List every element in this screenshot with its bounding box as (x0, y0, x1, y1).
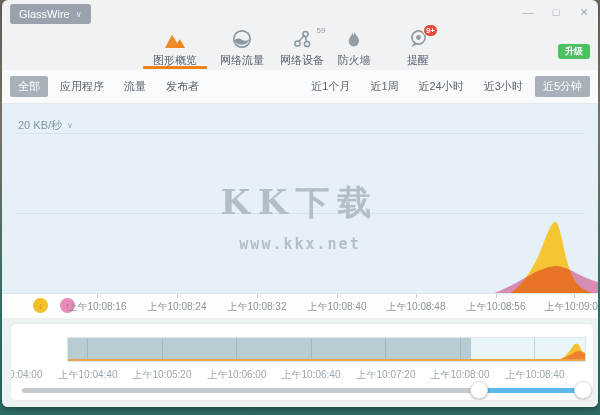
alerts-count-badge: 9+ (423, 24, 438, 37)
minimap-time-label: 上午10:05:20 (133, 368, 192, 382)
axis-tick (496, 294, 497, 298)
minimap-time-label: 上午10:08:00 (431, 368, 490, 382)
timeline-card: 上午10:04:00 上午10:04:40 上午10:05:20 上午10:06… (10, 323, 594, 401)
range-1month[interactable]: 近1个月 (303, 76, 358, 97)
traffic-graph[interactable]: KK下载 www.kkx.net 20 KB/秒 ∨ (2, 104, 598, 293)
time-label: 上午10:08:48 (387, 300, 446, 314)
scale-label: 20 KB/秒 (18, 118, 62, 133)
filter-bar: 全部 应用程序 流量 发布者 近1个月 近1周 近24小时 近3小时 近5分钟 (2, 70, 598, 104)
tab-label: 网络设备 (280, 53, 324, 68)
minimap-time-label: 上午10:04:40 (59, 368, 118, 382)
axis-tick (97, 294, 98, 298)
timeline-minimap[interactable] (67, 337, 586, 362)
minimap-gridline (236, 338, 237, 361)
time-label: 上午10:08:40 (308, 300, 367, 314)
axis-tick (257, 294, 258, 298)
time-range-group: 近1个月 近1周 近24小时 近3小时 近5分钟 (303, 76, 590, 97)
minimap-unselected-region (68, 338, 471, 361)
tab-firewall[interactable]: 防火墙 (319, 28, 389, 68)
minimap-time-label: 上午10:06:40 (282, 368, 341, 382)
app-title: GlassWire (19, 8, 70, 20)
app-menu-button[interactable]: GlassWire ∨ (10, 4, 91, 24)
time-label: 上午10:08:24 (148, 300, 207, 314)
tab-label: 防火墙 (338, 53, 371, 68)
range-5min[interactable]: 近5分钟 (535, 76, 590, 97)
traffic-spike-chart (2, 104, 598, 293)
tab-alerts[interactable]: 9+ 提醒 (383, 28, 453, 68)
active-tab-indicator (143, 66, 207, 69)
minimap-spike (525, 337, 585, 361)
minimize-button[interactable]: — (520, 4, 536, 20)
range-1week[interactable]: 近1周 (362, 76, 406, 97)
filter-publishers[interactable]: 发布者 (158, 76, 207, 97)
minimap-time-label: 上午10:07:20 (357, 368, 416, 382)
network-usage-icon (231, 28, 253, 50)
chevron-down-icon: ∨ (67, 121, 73, 130)
time-label: 上午10:08:16 (68, 300, 127, 314)
upload-area (495, 266, 598, 293)
glasswire-window: GlassWire ∨ — □ ✕ 图形概览 (2, 0, 598, 407)
tab-graph-overview[interactable]: 图形概览 (140, 28, 210, 68)
minimap-time-label: 上午10:04:00 (10, 368, 42, 382)
axis-tick (416, 294, 417, 298)
chevron-down-icon: ∨ (76, 10, 82, 19)
network-devices-icon: 59 (292, 28, 313, 50)
alerts-pin-icon: 9+ (407, 28, 429, 50)
tab-label: 网络流量 (220, 53, 264, 68)
filter-traffic[interactable]: 流量 (116, 76, 154, 97)
minimap-gridline (460, 338, 461, 361)
filter-apps[interactable]: 应用程序 (52, 76, 112, 97)
scale-dropdown[interactable]: 20 KB/秒 ∨ (18, 118, 73, 133)
upgrade-button[interactable]: 升级 (558, 44, 590, 59)
axis-tick (574, 294, 575, 298)
axis-tick (337, 294, 338, 298)
minimap-time-label: 上午10:06:00 (208, 368, 267, 382)
minimap-gridline (385, 338, 386, 361)
main-toolbar: 图形概览 网络流量 59 网络设备 (2, 28, 598, 70)
minimap-gridline (162, 338, 163, 361)
close-button[interactable]: ✕ (576, 4, 592, 20)
time-label: 上午10:09:04 (545, 300, 598, 314)
filter-all[interactable]: 全部 (10, 76, 48, 97)
firewall-flame-icon (344, 28, 364, 50)
time-axis: ↓ ↑ 上午10:08:16 上午10:08:24 上午10:08:32 上午1… (2, 293, 598, 318)
tab-label: 提醒 (407, 53, 429, 68)
scrollbar-selected-range[interactable] (479, 388, 583, 393)
category-filter-group: 全部 应用程序 流量 发布者 (10, 76, 207, 97)
maximize-button[interactable]: □ (548, 4, 564, 20)
scrollbar-right-handle[interactable] (574, 381, 592, 399)
title-bar: GlassWire ∨ — □ ✕ (2, 0, 598, 28)
minimap-baseline (68, 359, 585, 361)
scrollbar-left-handle[interactable] (470, 381, 488, 399)
minimap-time-label: 上午10:08:40 (506, 368, 565, 382)
minimap-gridline (311, 338, 312, 361)
download-legend-toggle[interactable]: ↓ (33, 298, 48, 313)
axis-tick (177, 294, 178, 298)
range-3h[interactable]: 近3小时 (476, 76, 531, 97)
range-24h[interactable]: 近24小时 (411, 76, 472, 97)
time-label: 上午10:08:56 (467, 300, 526, 314)
graph-overview-icon (163, 28, 187, 50)
time-label: 上午10:08:32 (228, 300, 287, 314)
minimap-gridline (87, 338, 88, 361)
timeline-panel: 上午10:04:00 上午10:04:40 上午10:05:20 上午10:06… (2, 318, 598, 407)
